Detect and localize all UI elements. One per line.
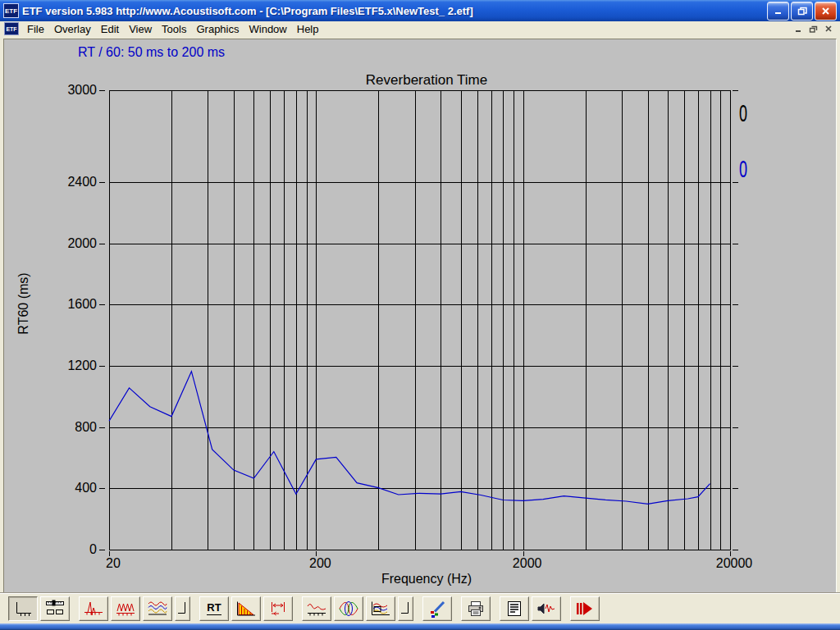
mdi-restore-icon: [809, 25, 818, 33]
mini-graph-button-2[interactable]: [398, 596, 413, 621]
mdi-restore-button[interactable]: [806, 23, 820, 35]
restore-icon: [797, 7, 807, 16]
minimize-icon: [774, 7, 783, 15]
menu-file[interactable]: File: [22, 22, 49, 36]
spectrogram-icon: [370, 600, 391, 618]
spectrogram-button[interactable]: [366, 596, 395, 621]
phase-icon: [338, 600, 359, 618]
measure-setup-icon: [44, 600, 66, 618]
freq-response-icon: [306, 600, 327, 618]
overlay-waves-icon: [147, 600, 168, 618]
colors-icon: [427, 600, 448, 618]
phase-response-button[interactable]: [334, 596, 363, 621]
window-controls: [765, 2, 837, 21]
rt60-button-label: RT: [207, 602, 221, 614]
toolbar: RT: [0, 592, 840, 623]
restore-button[interactable]: [791, 2, 813, 21]
impulse-icon: [83, 600, 104, 618]
mini-axis-icon: [176, 600, 189, 618]
impulse-response-button[interactable]: [79, 596, 108, 621]
run-measurement-button[interactable]: [570, 596, 600, 621]
plot-panel: [3, 39, 837, 593]
app-window: ETF ETF version 5.983 http://www.Acousti…: [0, 0, 840, 630]
mini-graph-button[interactable]: [175, 596, 190, 621]
periodic-response-button[interactable]: [111, 596, 140, 621]
menu-view[interactable]: View: [124, 22, 157, 36]
close-icon: [821, 7, 830, 16]
gate-markers-icon: [267, 600, 289, 618]
title-bar: ETF ETF version 5.983 http://www.Acousti…: [0, 0, 840, 21]
mdi-system-icon[interactable]: ETF: [4, 22, 19, 35]
mdi-minimize-button[interactable]: [792, 23, 806, 35]
app-icon: ETF: [3, 3, 19, 18]
mdi-window-controls: [791, 23, 835, 35]
menu-overlay[interactable]: Overlay: [49, 22, 96, 36]
menu-graphics[interactable]: Graphics: [191, 22, 244, 36]
frequency-response-button[interactable]: [302, 596, 331, 621]
measurement-setup-button[interactable]: [40, 596, 70, 621]
menu-edit[interactable]: Edit: [96, 22, 124, 36]
print-button[interactable]: [461, 596, 491, 621]
menu-help[interactable]: Help: [292, 22, 324, 36]
report-button[interactable]: [500, 596, 529, 621]
gate-markers-button[interactable]: [263, 596, 293, 621]
rt60-button[interactable]: RT: [199, 596, 229, 621]
energy-decay-button[interactable]: [231, 596, 261, 621]
periodic-icon: [115, 600, 136, 618]
speaker-wave-icon: [536, 600, 557, 618]
menu-bar: ETF FileOverlayEditViewToolsGraphicsWind…: [0, 21, 840, 36]
overlay-curves-button[interactable]: [143, 596, 172, 621]
toolbar-buttons: RT: [8, 596, 602, 621]
window-title: ETF version 5.983 http://www.Acoustisoft…: [22, 5, 765, 17]
mini-axis-icon: [399, 600, 412, 618]
printer-icon: [465, 600, 486, 618]
report-icon: [504, 600, 525, 618]
menu-tools[interactable]: Tools: [157, 22, 191, 36]
mdi-close-button[interactable]: [821, 23, 835, 35]
menu-window[interactable]: Window: [244, 22, 292, 36]
run-icon: [574, 600, 596, 618]
menu-items: FileOverlayEditViewToolsGraphicsWindowHe…: [22, 22, 324, 36]
decay-icon: [235, 600, 257, 618]
playback-level-button[interactable]: [532, 596, 561, 621]
time-axis-icon: [12, 600, 34, 618]
minimize-button[interactable]: [767, 2, 789, 21]
display-colors-button[interactable]: [422, 596, 452, 621]
close-button[interactable]: [815, 2, 837, 21]
mdi-close-icon: [824, 25, 833, 33]
time-window-button[interactable]: [8, 596, 38, 621]
mdi-minimize-icon: [794, 25, 803, 33]
status-bar: [0, 623, 840, 630]
